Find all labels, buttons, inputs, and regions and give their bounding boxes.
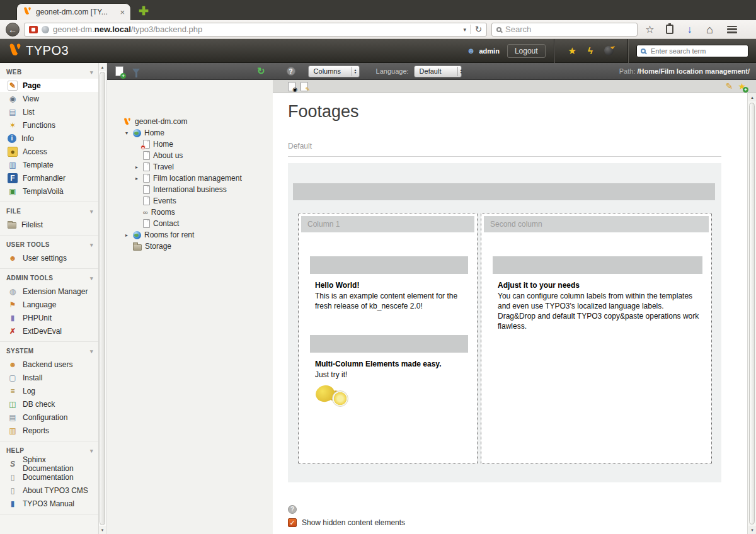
sidebar-item-extension-manager[interactable]: ◍Extension Manager: [0, 285, 98, 298]
tab-close-icon[interactable]: ×: [120, 8, 125, 16]
sidebar-item-language[interactable]: ⚑Language: [0, 298, 98, 311]
header-content-placeholder[interactable]: [293, 183, 715, 200]
tree-node-home[interactable]: ▾Home: [113, 127, 270, 139]
browser-tab[interactable]: geonet-dm.com [TY... ×: [16, 3, 131, 20]
logout-button[interactable]: Logout: [507, 44, 546, 58]
downloads-icon[interactable]: ↓: [682, 25, 697, 35]
backend-search-input[interactable]: [636, 45, 748, 57]
sidebar-item-backend-users[interactable]: ☻Backend users: [0, 358, 98, 371]
scroll-down-icon[interactable]: ▾: [99, 526, 106, 534]
tree-node-travel[interactable]: ▸Travel: [113, 161, 270, 173]
sidebar-item-template[interactable]: ▥Template: [0, 158, 98, 171]
new-page-icon[interactable]: +: [115, 66, 123, 76]
new-tab-button[interactable]: ✚: [139, 5, 149, 17]
sidebar-item-functions[interactable]: ✶Functions: [0, 118, 98, 132]
help-icon[interactable]: ?: [288, 505, 297, 514]
bookmark-star-icon[interactable]: ☆: [642, 25, 658, 35]
tree-node-contact[interactable]: Contact: [113, 218, 270, 229]
sidebar-item-about-typo3-cms[interactable]: ▯About TYPO3 CMS: [0, 484, 98, 497]
sidebar-item-log[interactable]: ≡Log: [0, 384, 98, 397]
view-mode-select[interactable]: Columns ▴▾: [308, 65, 360, 77]
menu-section-header-admin-tools[interactable]: ADMIN TOOLS▾: [0, 269, 98, 285]
url-text[interactable]: geonet-dm.new.local/typo3/backend.php: [53, 25, 460, 34]
content-element-header-bar[interactable]: [310, 335, 468, 353]
menu-section-header-file[interactable]: FILE▾: [0, 202, 98, 218]
sidebar-item-access[interactable]: ●Access: [0, 145, 98, 158]
url-dropdown-icon[interactable]: ▾: [464, 26, 467, 33]
tree-node-about-us[interactable]: About us: [113, 150, 270, 161]
expander-closed-icon[interactable]: ▸: [123, 232, 130, 238]
sidebar-item-phpunit[interactable]: ▮PHPUnit: [0, 311, 98, 324]
sidebar-item-install[interactable]: ▢Install: [0, 371, 98, 384]
sidebar-item-reports[interactable]: ▥Reports: [0, 424, 98, 437]
sidebar-item-page[interactable]: ✎Page: [0, 79, 98, 92]
back-button[interactable]: ←: [6, 23, 20, 37]
tree-node-storage[interactable]: Storage: [113, 241, 270, 252]
tree-node-rooms-for-rent[interactable]: ▸Rooms for rent: [113, 229, 270, 241]
sidebar-item-templavoil[interactable]: ▣TemplaVoilà: [0, 185, 98, 198]
view-webpage-icon[interactable]: ◉: [288, 82, 295, 91]
tree-node-international-business[interactable]: International business: [113, 184, 270, 195]
content-element-text[interactable]: Hello World!This is an example content e…: [315, 280, 468, 311]
menu-icon[interactable]: [727, 26, 737, 33]
expander-open-icon[interactable]: ▾: [123, 130, 130, 136]
expander-closed-icon[interactable]: ▸: [134, 176, 140, 181]
tab-default[interactable]: Default: [288, 142, 721, 157]
expander-closed-icon[interactable]: ▸: [134, 164, 140, 170]
scrollbar-thumb[interactable]: [749, 103, 755, 525]
refresh-icon[interactable]: ↻: [257, 65, 265, 77]
scrollbar-thumb[interactable]: [100, 72, 105, 525]
menu-section-header-system[interactable]: SYSTEM▾: [0, 342, 98, 358]
content-element-text[interactable]: Multi-Column Elements made easy.Just try…: [315, 359, 468, 380]
add-bookmark-icon[interactable]: ★+: [738, 81, 746, 91]
browser-search-box[interactable]: Search: [491, 23, 638, 37]
content-scrollbar[interactable]: ▴ ▾: [747, 93, 756, 534]
filter-icon[interactable]: [132, 69, 140, 74]
sidebar-item-sphinx-documentation[interactable]: SSphinx Documentation: [0, 457, 98, 470]
sidebar-item-view[interactable]: ◉View: [0, 92, 98, 105]
bookmarks-list-icon[interactable]: [666, 25, 673, 34]
sidebar-item-configuration[interactable]: ▤Configuration: [0, 411, 98, 424]
site-identity-icon[interactable]: [29, 26, 38, 33]
content-element-header-bar[interactable]: [310, 256, 468, 274]
logged-in-user[interactable]: ☻ admin: [467, 46, 500, 55]
reload-icon[interactable]: ↻: [470, 25, 482, 34]
tree-node-home[interactable]: Home: [113, 139, 270, 150]
content-element-header-bar[interactable]: [493, 256, 702, 274]
sidebar-item-filelist[interactable]: Filelist: [0, 218, 98, 231]
sidebar-item-typo3-manual[interactable]: ▮TYPO3 Manual: [0, 497, 98, 510]
scroll-up-icon[interactable]: ▴: [748, 93, 756, 101]
sidebar-item-db-check[interactable]: ◫DB check: [0, 397, 98, 411]
sidebar-item-user-settings[interactable]: ☻User settings: [0, 251, 98, 264]
typo3-logo[interactable]: TYPO3: [8, 42, 69, 60]
help-icon[interactable]: ?: [287, 67, 295, 76]
page-icon: [143, 174, 150, 183]
edit-page-properties-icon[interactable]: ✎: [301, 82, 308, 91]
tree-node-label: Storage: [145, 242, 171, 251]
sidebar-scrollbar[interactable]: ▴ ▾: [99, 63, 107, 534]
sidebar-item-list[interactable]: ▤List: [0, 105, 98, 118]
url-bar[interactable]: geonet-dm.new.local/typo3/backend.php ▾ …: [24, 23, 487, 37]
tree-node-events[interactable]: Events: [113, 195, 270, 207]
browser-navbar: ← geonet-dm.new.local/typo3/backend.php …: [0, 20, 756, 39]
show-hidden-checkbox[interactable]: ✓: [288, 518, 297, 527]
sidebar-item-extdeveval[interactable]: ✗ExtDevEval: [0, 324, 98, 338]
sidebar-item-formhandler[interactable]: FFormhandler: [0, 171, 98, 185]
tree-node-geonet-dm-com[interactable]: geonet-dm.com: [113, 116, 270, 127]
bookmark-star-icon[interactable]: ★: [568, 45, 576, 57]
tree-node-film-location-management[interactable]: ▸Film location management: [113, 173, 270, 184]
language-select[interactable]: Default ▴▾: [414, 65, 462, 77]
tree-node-label: About us: [153, 151, 183, 160]
clear-cache-icon[interactable]: ϟ: [588, 45, 593, 56]
home-icon[interactable]: ⌂: [702, 24, 718, 35]
edit-record-icon[interactable]: ✎: [726, 81, 733, 91]
backend-search[interactable]: [636, 45, 748, 57]
menu-section-header-user-tools[interactable]: USER TOOLS▾: [0, 236, 98, 251]
workspace-icon[interactable]: [604, 46, 614, 55]
scroll-up-icon[interactable]: ▴: [99, 63, 106, 71]
tree-node-rooms[interactable]: ∞Rooms: [113, 207, 270, 218]
menu-section-header-web[interactable]: WEB▾: [0, 63, 98, 79]
scroll-down-icon[interactable]: ▾: [748, 526, 756, 534]
sidebar-item-info[interactable]: iInfo: [0, 132, 98, 145]
content-element-text[interactable]: Adjust it to your needsYou can configure…: [498, 280, 702, 331]
